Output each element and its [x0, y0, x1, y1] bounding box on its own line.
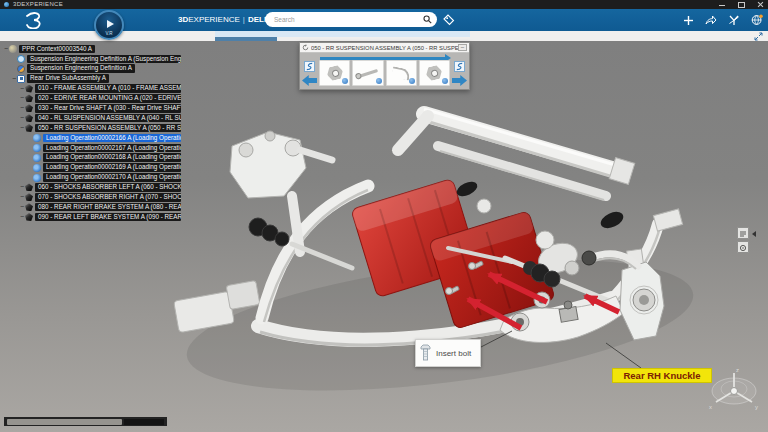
tree-item-icon [25, 193, 33, 201]
part-thumbnail-strip [319, 60, 450, 86]
part-thumbnail[interactable] [319, 60, 350, 86]
tree-item[interactable]: − 030 - Rear Drive SHAFT A (030 - Rear D… [19, 103, 181, 113]
tree-item[interactable]: − 020 - EDRIVE REAR MOUNTING A (020 - ED… [19, 93, 181, 103]
tree-item-icon [25, 94, 33, 102]
tree-item[interactable]: − 060 - SHOCKS ABSORBER LEFT A (060 - SH… [19, 182, 181, 192]
tree-item-label[interactable]: Loading Operation00002167 A (Loading Ope… [43, 144, 181, 153]
tree-item-label[interactable]: Loading Operation00002166 A (Loading Ope… [43, 134, 181, 143]
part-thumbnail[interactable] [419, 60, 450, 86]
assembly-tree: − PPR Context00003540 A Suspension Engin… [3, 44, 181, 222]
tree-item-label[interactable]: 030 - Rear Drive SHAFT A (030 - Rear Dri… [35, 104, 181, 113]
operation-step-panel[interactable]: 050 - RR SUSPENSION ASSEMBLY A (050 - RR… [299, 42, 470, 90]
tree-item[interactable]: Loading Operation00002167 A (Loading Ope… [27, 143, 181, 153]
panel-collapse-arrow-icon[interactable] [752, 231, 756, 237]
notifications-icon[interactable] [751, 14, 763, 26]
tree-item-label[interactable]: PPR Context00003540 A [19, 45, 95, 54]
maximize-button[interactable] [738, 1, 745, 8]
tree-item[interactable]: Loading Operation00002170 A (Loading Ope… [27, 173, 181, 183]
tree-item[interactable]: − 090 - REAR LEFT BRAKE SYSTEM A (090 - … [19, 212, 181, 222]
search-input[interactable] [270, 15, 423, 24]
share-icon[interactable] [705, 15, 717, 26]
collapsed-panel-button[interactable] [737, 241, 749, 253]
tree-item-label[interactable]: 060 - SHOCKS ABSORBER LEFT A (060 - SHOC… [35, 183, 181, 192]
tree-item-label[interactable]: Suspension Engineering Definition A (Sus… [27, 55, 181, 64]
tag-icon[interactable] [443, 14, 455, 26]
tree-item-label[interactable]: Rear Drive SubAssembly A [27, 74, 109, 83]
tree-item[interactable]: − 080 - REAR RIGHT BRAKE SYSTEM A (080 -… [19, 202, 181, 212]
insert-bolt-callout[interactable]: Insert bolt [415, 339, 481, 367]
step-panel-title: 050 - RR SUSPENSION ASSEMBLY A (050 - RR… [311, 45, 458, 51]
collapsed-panel-button[interactable] [737, 227, 749, 239]
dassault-logo [24, 11, 46, 29]
expander-icon[interactable]: − [19, 183, 25, 191]
3dcompass-button[interactable]: V.R [94, 10, 124, 40]
tree-item-label[interactable]: Loading Operation00002169 A (Loading Ope… [43, 163, 181, 172]
part-thumbnail[interactable] [352, 60, 383, 86]
tree-item-label[interactable]: 050 - RR SUSPENSION ASSEMBLY A (050 - RR… [35, 124, 181, 133]
tree-item-icon [25, 104, 33, 112]
tree-item-icon [25, 124, 33, 132]
rear-rh-knuckle-callout[interactable]: Rear RH Knuckle [612, 368, 712, 383]
expand-viewport-icon[interactable] [754, 32, 763, 41]
bolt-icon [420, 344, 431, 362]
tree-item-label[interactable]: Loading Operation00002168 A (Loading Ope… [43, 153, 181, 162]
tree-item[interactable]: − Rear Drive SubAssembly A [11, 74, 181, 84]
step-panel-titlebar[interactable]: 050 - RR SUSPENSION ASSEMBLY A (050 - RR… [300, 43, 469, 53]
next-step-button[interactable] [452, 75, 467, 86]
expander-icon[interactable]: − [19, 213, 25, 221]
tree-item-icon [17, 55, 25, 63]
close-button[interactable] [757, 1, 764, 8]
tree-item-icon [9, 45, 17, 53]
tree-item[interactable]: − 070 - SHOCKS ABSORBER RIGHT A (070 - S… [19, 192, 181, 202]
tree-item-label[interactable]: Suspension Engineering Definition A [27, 64, 135, 73]
view-triad[interactable]: z x y [709, 367, 758, 410]
expander-icon[interactable]: − [19, 193, 25, 201]
tree-item-icon [33, 154, 41, 162]
expander-icon[interactable]: − [19, 124, 25, 132]
brand-experience: EXPERIENCE [188, 15, 240, 24]
expander-icon[interactable]: − [19, 94, 25, 102]
part-thumbnail[interactable] [386, 60, 417, 86]
tree-item[interactable]: − 040 - RL SUSPENSION ASSEMBLY A (040 - … [19, 113, 181, 123]
tree-item[interactable]: − 010 - FRAME ASSEMBLY A (010 - FRAME AS… [19, 84, 181, 94]
3d-viewport[interactable]: z x y − PPR Context00003540 A Suspension… [0, 41, 768, 432]
tree-item-icon [25, 203, 33, 211]
triad-x-label: x [709, 404, 712, 410]
part-icon [425, 64, 444, 81]
add-icon[interactable] [683, 15, 694, 26]
expander-icon[interactable]: − [19, 114, 25, 122]
minimize-button[interactable] [719, 1, 726, 8]
status-badge-icon [376, 78, 382, 84]
window-titlebar: 3DEXPERIENCE [0, 0, 768, 9]
tree-item[interactable]: Suspension Engineering Definition A [11, 64, 181, 74]
tree-item-label[interactable]: 010 - FRAME ASSEMBLY A (010 - FRAME ASSE… [35, 84, 181, 93]
status-badge-icon [409, 78, 415, 84]
tree-item[interactable]: − 050 - RR SUSPENSION ASSEMBLY A (050 - … [19, 123, 181, 133]
tree-item-label[interactable]: 020 - EDRIVE REAR MOUNTING A (020 - EDRI… [35, 94, 181, 103]
scrollbar-thumb[interactable] [7, 419, 122, 425]
tree-item[interactable]: Loading Operation00002169 A (Loading Ope… [27, 163, 181, 173]
search-bar[interactable] [265, 12, 437, 27]
tree-item-icon [17, 75, 25, 83]
collaboration-icon[interactable] [728, 15, 740, 26]
collapse-panel-button[interactable]: – [458, 44, 467, 51]
tree-item[interactable]: − PPR Context00003540 A [3, 44, 181, 54]
tree-item-label[interactable]: 070 - SHOCKS ABSORBER RIGHT A (070 - SHO… [35, 193, 181, 202]
play-icon [107, 20, 114, 28]
search-icon[interactable] [423, 15, 432, 24]
tree-item-label[interactable]: Loading Operation00002170 A (Loading Ope… [43, 173, 181, 182]
tree-item-label[interactable]: 090 - REAR LEFT BRAKE SYSTEM A (090 - RE… [35, 213, 181, 222]
tree-item-icon [25, 114, 33, 122]
tree-item-label[interactable]: 040 - RL SUSPENSION ASSEMBLY A (040 - RL… [35, 114, 181, 123]
tree-item[interactable]: Loading Operation00002166 A (Loading Ope… [27, 133, 181, 143]
tree-item[interactable]: Loading Operation00002168 A (Loading Ope… [27, 153, 181, 163]
tree-item-label[interactable]: 080 - REAR RIGHT BRAKE SYSTEM A (080 - R… [35, 203, 181, 212]
expander-icon[interactable]: − [19, 203, 25, 211]
expander-icon[interactable]: − [19, 85, 25, 93]
expander-icon[interactable]: − [19, 104, 25, 112]
previous-step-button[interactable] [302, 75, 317, 86]
tree-item[interactable]: Suspension Engineering Definition A (Sus… [11, 54, 181, 64]
triad-z-label: z [736, 367, 739, 373]
status-badge-icon [442, 78, 448, 84]
tree-horizontal-scrollbar[interactable] [4, 417, 167, 426]
